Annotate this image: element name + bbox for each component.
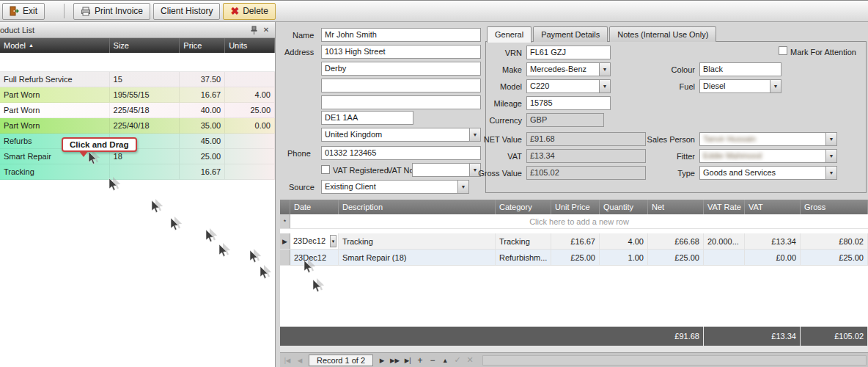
nav-cancel-button[interactable]: ✕ [464, 355, 476, 366]
mileage-label: Mileage [478, 99, 522, 109]
dropdown-arrow-icon[interactable]: ▼ [825, 167, 836, 179]
description-cell[interactable]: Tracking [339, 233, 496, 249]
product-filter-row[interactable] [0, 53, 275, 72]
grid-col-description[interactable]: Description [339, 200, 496, 214]
colour-field[interactable]: Black [699, 62, 781, 76]
gross-cell[interactable]: £80.02 [801, 233, 868, 249]
pin-icon[interactable] [249, 25, 259, 35]
address1-field[interactable]: 1013 High Street [321, 45, 481, 59]
drag-cursor-icon [150, 198, 167, 216]
product-row[interactable]: Part Worn 225/40/18 35.00 0.00 [0, 118, 275, 134]
grid-col-unit-price[interactable]: Unit Price [551, 200, 600, 214]
date-cell[interactable]: 23Dec12▼ [290, 233, 339, 249]
nav-next-button[interactable]: ▶ [376, 355, 388, 366]
nav-delete-button[interactable]: − [427, 355, 438, 366]
grid-col-net[interactable]: Net [648, 200, 704, 214]
dropdown-arrow-icon[interactable]: ▼ [330, 235, 336, 247]
col-model[interactable]: Model▲ [0, 38, 110, 53]
product-row[interactable]: Refurbs 45.00 [0, 134, 275, 149]
nav-append-button[interactable]: + [414, 355, 426, 366]
grid-col-gross[interactable]: Gross [801, 200, 868, 214]
product-size: 225/40/18 [110, 118, 180, 133]
mark-for-attention-checkbox[interactable] [779, 46, 787, 55]
nav-last-button[interactable]: ▶| [402, 355, 413, 366]
nav-prev-button[interactable]: ◀ [294, 355, 306, 366]
col-units[interactable]: Units [225, 38, 275, 53]
col-price[interactable]: Price [180, 38, 225, 53]
product-row[interactable]: Full Refurb Service 15 37.50 [0, 72, 275, 87]
grid-col-date[interactable]: Date [290, 200, 339, 214]
type-combobox[interactable]: Goods and Services ▼ [699, 166, 837, 180]
close-icon[interactable]: ✕ [261, 25, 271, 35]
col-size[interactable]: Size [110, 38, 180, 53]
dropdown-arrow-icon[interactable]: ▼ [825, 133, 836, 145]
print-invoice-button[interactable]: Print Invoice [73, 3, 150, 20]
delete-button[interactable]: ✖ Delete [223, 3, 275, 20]
fitter-combobox[interactable]: Eddie Mahmood ▼ [699, 149, 837, 163]
add-new-row[interactable]: * Click here to add a new row [280, 214, 868, 229]
address4-field[interactable] [321, 95, 481, 109]
dropdown-arrow-icon[interactable]: ▼ [770, 80, 781, 92]
tab-general[interactable]: General [487, 26, 532, 43]
product-list-titlebar[interactable]: Product List ✕ [0, 22, 275, 38]
type-value: Goods and Services [700, 167, 825, 179]
source-combobox[interactable]: Existing Client ▼ [321, 180, 469, 194]
tab-notes[interactable]: Notes (Internal Use Only) [609, 26, 716, 42]
vat-no-combobox[interactable]: ▼ [412, 163, 481, 177]
print-invoice-label: Print Invoice [95, 6, 143, 16]
address3-field[interactable] [321, 79, 481, 92]
address2-field[interactable]: Derby [321, 62, 481, 76]
grid-col-vat[interactable]: VAT [745, 200, 801, 214]
vat-rate-cell[interactable] [704, 250, 745, 265]
net-cell[interactable]: £66.68 [648, 233, 704, 249]
grid-col-category[interactable]: Category [496, 200, 551, 214]
product-list-title: Product List [0, 26, 34, 34]
nav-next-page-button[interactable]: ▶▶ [389, 355, 401, 366]
description-cell[interactable]: Smart Repair (18) [339, 250, 496, 265]
grid-col-quantity[interactable]: Quantity [600, 200, 648, 214]
dropdown-arrow-icon[interactable]: ▼ [599, 63, 610, 76]
gross-cell[interactable]: £25.00 [801, 250, 868, 265]
invoice-row[interactable]: 23Dec12 Smart Repair (18) Refurbishm... … [280, 250, 868, 266]
postcode-field[interactable]: DE1 1AA [321, 111, 413, 125]
dropdown-arrow-icon[interactable]: ▼ [599, 80, 610, 92]
unit-price-cell[interactable]: £16.67 [551, 233, 600, 249]
name-field[interactable]: Mr John Smith [321, 28, 481, 42]
phone-field[interactable]: 01332 123465 [321, 146, 481, 160]
nav-confirm-button[interactable]: ✓ [452, 355, 463, 366]
product-row[interactable]: Tracking 16.67 [0, 164, 275, 180]
dropdown-arrow-icon[interactable]: ▼ [457, 181, 468, 193]
vat-registered-checkbox[interactable] [321, 165, 330, 174]
fuel-combobox[interactable]: Diesel ▼ [699, 79, 781, 93]
grid-col-vat-rate[interactable]: VAT Rate [704, 200, 745, 214]
nav-edit-button[interactable]: ▲ [439, 355, 451, 366]
product-row[interactable]: Part Worn 195/55/15 16.67 4.00 [0, 87, 275, 103]
client-history-button[interactable]: Client History [153, 3, 220, 20]
nav-first-button[interactable]: |◀ [282, 355, 293, 366]
quantity-cell[interactable]: 1.00 [600, 250, 648, 265]
invoice-row[interactable]: ▶ 23Dec12▼ Tracking Tracking £16.67 4.00… [280, 233, 868, 250]
make-combobox[interactable]: Mercedes-Benz ▼ [526, 62, 611, 76]
sales-person-combobox[interactable]: Tanvir Hussain ▼ [699, 132, 837, 146]
dropdown-arrow-icon[interactable]: ▼ [825, 150, 836, 162]
country-combobox[interactable]: United Kingdom ▼ [321, 128, 481, 142]
drag-cursor-icon [248, 248, 265, 266]
category-cell[interactable]: Tracking [496, 233, 551, 249]
category-cell[interactable]: Refurbishm... [496, 250, 551, 265]
model-combobox[interactable]: C220 ▼ [526, 79, 611, 93]
vat-cell[interactable]: £0.00 [745, 250, 801, 265]
vrn-field[interactable]: FL61 GZJ [526, 46, 611, 59]
product-row[interactable]: Smart Repair 18 25.00 [0, 149, 275, 164]
invoice-window: Exit Print Invoice Client History ✖ Dele… [0, 0, 868, 367]
vat-cell[interactable]: £13.34 [745, 233, 801, 249]
product-row[interactable]: Part Worn 225/45/18 40.00 25.00 [0, 103, 275, 118]
horizontal-scrollbar[interactable] [482, 355, 867, 366]
net-cell[interactable]: £25.00 [648, 250, 704, 265]
exit-button[interactable]: Exit [2, 3, 45, 20]
mileage-field[interactable]: 15785 [526, 96, 611, 110]
quantity-cell[interactable]: 4.00 [600, 233, 648, 249]
tab-payment-details[interactable]: Payment Details [533, 26, 608, 42]
unit-price-cell[interactable]: £25.00 [551, 250, 600, 265]
vat-rate-cell[interactable]: 20.000... [704, 233, 745, 249]
invoice-items-grid: Date Description Category Unit Price Qua… [280, 200, 868, 352]
